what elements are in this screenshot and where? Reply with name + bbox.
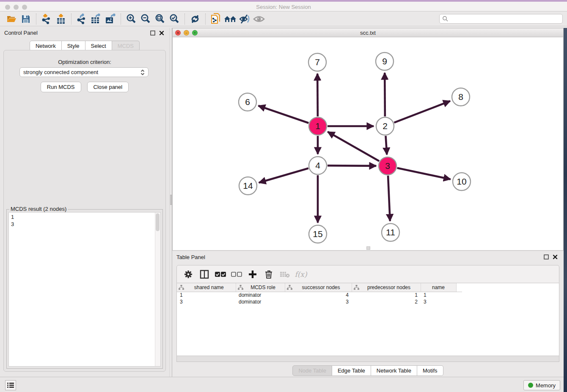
node-8[interactable]: 8 [452, 88, 470, 106]
zoom-fit-icon[interactable] [153, 13, 167, 25]
zoom-selected-icon[interactable] [167, 13, 182, 25]
export-table-icon[interactable] [89, 13, 103, 25]
node-4[interactable]: 4 [309, 157, 327, 174]
table-tab-edge-table[interactable]: Edge Table [332, 365, 371, 376]
column-header-successor-nodes[interactable]: successor nodes [285, 283, 352, 292]
result-scrollbar-thumb[interactable] [156, 213, 160, 231]
column-header-MCDS-role[interactable]: MCDS role [236, 283, 285, 292]
mcds-result-area[interactable]: 1 3 [8, 212, 161, 367]
search-input[interactable] [449, 16, 560, 22]
save-session-icon[interactable] [19, 13, 33, 25]
svg-text:3: 3 [385, 161, 390, 171]
node-2[interactable]: 2 [376, 117, 394, 135]
memory-status-icon [528, 383, 533, 388]
table-tab-node-table[interactable]: Node Table [292, 365, 332, 376]
memory-button[interactable]: Memory [523, 380, 560, 390]
node-7[interactable]: 7 [308, 53, 326, 71]
network-from-selection-icon[interactable] [209, 13, 223, 25]
toggle-column-view-icon[interactable] [196, 268, 212, 281]
edge-3-10[interactable] [397, 168, 451, 179]
edge-3-11[interactable] [388, 176, 390, 221]
first-neighbors-icon[interactable] [223, 13, 237, 25]
criterion-select[interactable]: strongly connected component [19, 67, 149, 77]
desktop-wallpaper-sliver [564, 28, 567, 392]
optimization-criterion-label: Optimization criterion: [4, 59, 165, 65]
criterion-value: strongly connected component [23, 69, 140, 75]
node-10[interactable]: 10 [453, 173, 471, 190]
node-14[interactable]: 14 [239, 177, 257, 195]
node-1[interactable]: 1 [309, 117, 327, 135]
settings-gear-icon[interactable] [180, 268, 196, 281]
svg-text:11: 11 [386, 227, 395, 237]
result-scrollbar[interactable] [155, 213, 160, 366]
edge-1-6[interactable] [259, 106, 309, 123]
list-icon [7, 382, 14, 388]
search-field[interactable] [439, 14, 563, 24]
network-splitter-grip[interactable] [366, 246, 370, 250]
node-6[interactable]: 6 [239, 93, 256, 111]
edge-4-14[interactable] [259, 168, 308, 182]
float-panel-icon[interactable] [150, 30, 155, 36]
column-type-icon [287, 285, 292, 290]
column-header-shared-name[interactable]: shared name [177, 283, 236, 292]
edge-2-8[interactable] [394, 101, 450, 123]
network-view-window: ✕ − + scc.txt 7968124314101511 [172, 28, 564, 251]
zoom-out-icon[interactable] [138, 13, 153, 25]
node-9[interactable]: 9 [376, 52, 394, 70]
close-table-panel-icon[interactable] [553, 254, 558, 259]
edge-4-3[interactable] [328, 166, 376, 166]
main-toolbar [0, 12, 567, 26]
edge-2-3[interactable] [385, 136, 387, 155]
import-network-icon[interactable] [39, 13, 54, 25]
export-image-icon[interactable] [103, 13, 118, 25]
mcds-result-title: MCDS result (2 nodes) [9, 206, 68, 212]
column-header-predecessor-nodes[interactable]: predecessor nodes [352, 283, 421, 292]
node-11[interactable]: 11 [382, 224, 399, 241]
svg-text:6: 6 [245, 97, 250, 107]
deselect-all-checkboxes-icon[interactable] [228, 268, 245, 281]
select-all-checkboxes-icon[interactable] [212, 268, 228, 281]
svg-text:10: 10 [457, 177, 466, 186]
table-row[interactable]: 3dominator323 [177, 298, 462, 305]
svg-text:4: 4 [315, 160, 320, 170]
vertical-splitter[interactable] [169, 28, 172, 377]
task-history-button[interactable] [5, 380, 16, 390]
import-table-icon[interactable] [54, 13, 68, 25]
table-tab-network-table[interactable]: Network Table [371, 365, 417, 376]
table-row[interactable]: 1dominator411 [177, 292, 462, 298]
table-panel: Table Panel [172, 252, 564, 377]
network-window-titlebar[interactable]: ✕ − + scc.txt [173, 28, 563, 37]
delete-column-icon[interactable] [261, 268, 277, 281]
toolbar-separator [36, 14, 36, 25]
network-file-title: scc.txt [173, 30, 563, 36]
edge-3-1[interactable] [328, 132, 379, 161]
column-type-icon [179, 285, 184, 290]
float-table-panel-icon[interactable] [544, 254, 549, 259]
show-all-icon[interactable] [252, 13, 266, 25]
table-header-row[interactable]: shared nameMCDS rolesuccessor nodesprede… [177, 283, 462, 292]
column-header-name[interactable]: name [421, 283, 456, 292]
run-mcds-button[interactable]: Run MCDS [41, 82, 81, 92]
table-tabs: Node TableEdge TableNetwork TableMotifs [292, 365, 443, 376]
node-15[interactable]: 15 [309, 225, 327, 243]
table-tab-motifs[interactable]: Motifs [417, 365, 443, 376]
svg-text:1: 1 [315, 121, 320, 131]
edge-2-9[interactable] [385, 73, 385, 116]
export-network-icon[interactable] [74, 13, 89, 25]
node-3[interactable]: 3 [379, 157, 396, 175]
open-file-icon[interactable] [4, 13, 19, 25]
hide-selected-icon[interactable] [237, 13, 252, 25]
mcds-result-fieldset: MCDS result (2 nodes) 1 3 [6, 209, 163, 369]
splitter-handle[interactable] [170, 195, 172, 205]
svg-text:9: 9 [382, 56, 387, 66]
close-panel-button[interactable]: Close panel [87, 82, 129, 92]
zoom-in-icon[interactable] [124, 13, 138, 25]
close-panel-icon[interactable] [159, 30, 164, 36]
add-column-icon[interactable] [245, 268, 261, 281]
network-canvas[interactable]: 7968124314101511 [173, 37, 563, 250]
edge-1-7[interactable] [317, 74, 318, 116]
apply-layout-icon[interactable] [188, 13, 202, 25]
node-table[interactable]: shared nameMCDS rolesuccessor nodesprede… [176, 283, 559, 356]
function-builder-icon: f(x) [293, 268, 309, 281]
toolbar-separator [121, 14, 121, 25]
